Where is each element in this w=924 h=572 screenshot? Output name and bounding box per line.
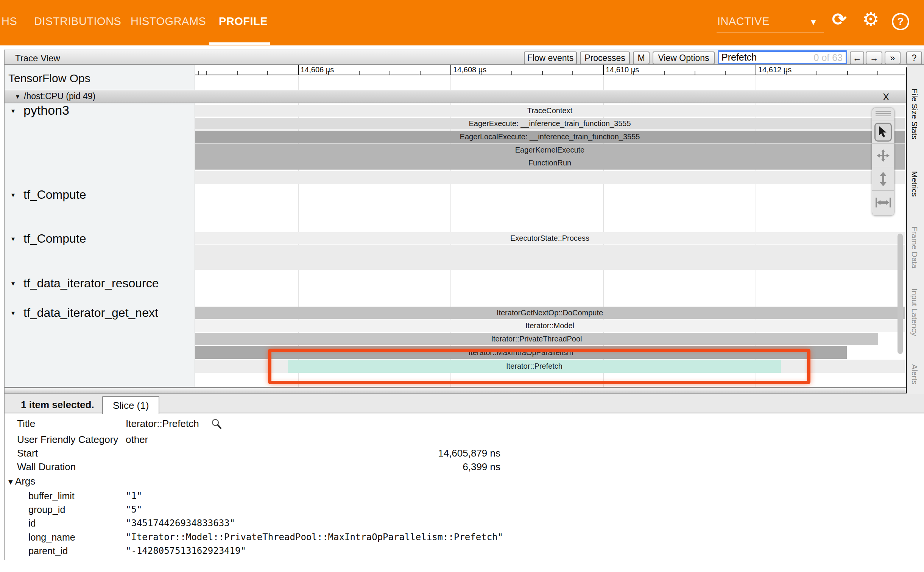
track-label-tf-data-iterator-get-next[interactable]: tf_data_iterator_get_next bbox=[23, 306, 158, 320]
pan-icon bbox=[876, 149, 890, 162]
event-bar-unlabeled[interactable] bbox=[195, 171, 905, 184]
event-bar-tracecontext[interactable]: TraceContext bbox=[195, 105, 905, 117]
event-bar-eagerlocalexecute[interactable]: EagerLocalExecute: __inference_train_fun… bbox=[195, 131, 905, 143]
trace-view-title: Trace View bbox=[15, 53, 60, 64]
event-bar-functionrun[interactable]: FunctionRun bbox=[195, 156, 905, 170]
arg-value-group-id: "5" bbox=[126, 504, 142, 515]
arg-key-parent-id: parent_id bbox=[28, 546, 68, 556]
event-label: EagerKernelExecute bbox=[515, 146, 584, 154]
triangle-down-icon[interactable]: ▾ bbox=[11, 235, 15, 243]
triangle-down-icon[interactable]: ▾ bbox=[11, 279, 15, 288]
zoom-tool-button[interactable] bbox=[872, 167, 894, 190]
ruler-baseline bbox=[195, 75, 905, 75]
args-section-header[interactable]: ▼Args bbox=[7, 475, 35, 487]
event-label: EagerExecute: __inference_train_function… bbox=[469, 119, 631, 128]
panel-splitter[interactable] bbox=[5, 387, 924, 394]
track-label-python3[interactable]: python3 bbox=[23, 103, 69, 118]
process-header-host-cpu[interactable]: ▾ /host:CPU (pid 49) bbox=[5, 90, 906, 103]
ruler-tick-label: 14,612 µs bbox=[758, 65, 792, 74]
event-label: FunctionRun bbox=[528, 159, 571, 167]
shortcuts-help-button[interactable]: ? bbox=[906, 51, 922, 64]
tab-truncated[interactable]: HS bbox=[2, 15, 17, 28]
timing-span-icon bbox=[876, 198, 891, 207]
event-bar-eagerexecute[interactable]: EagerExecute: __inference_train_function… bbox=[195, 118, 905, 129]
cursor-arrow-icon bbox=[877, 126, 889, 139]
triangle-down-icon[interactable]: ▾ bbox=[11, 309, 15, 317]
event-label: TraceContext bbox=[527, 106, 572, 115]
collapse-controls-button[interactable]: » bbox=[885, 51, 901, 64]
detail-value-title: Iterator::Prefetch bbox=[126, 418, 199, 430]
detail-label-start: Start bbox=[17, 447, 38, 459]
ruler-major-tick bbox=[603, 65, 604, 75]
timing-tool-button[interactable] bbox=[872, 190, 894, 214]
grip-icon[interactable] bbox=[876, 111, 891, 118]
metadata-button[interactable]: M bbox=[633, 51, 650, 64]
triangle-down-icon: ▾ bbox=[16, 92, 19, 101]
event-bar-iteratorgetnextop[interactable]: IteratorGetNextOp::DoCompute bbox=[195, 307, 905, 319]
event-label: Iterator::Model bbox=[525, 321, 574, 330]
event-bar-iterator-model[interactable]: Iterator::Model bbox=[195, 320, 905, 332]
selection-status: 1 item selected. bbox=[21, 399, 94, 411]
pan-tool-button[interactable] bbox=[872, 143, 894, 167]
arg-key-buffer-limit: buffer_limit bbox=[28, 491, 75, 502]
detail-value-category: other bbox=[126, 434, 148, 446]
magnifier-icon[interactable] bbox=[210, 418, 223, 430]
event-label: IteratorGetNextOp::DoCompute bbox=[497, 309, 603, 317]
sidebar-item-metrics[interactable]: Metrics bbox=[910, 171, 919, 197]
triangle-down-icon[interactable]: ▾ bbox=[11, 107, 15, 115]
tab-distributions[interactable]: DISTRIBUTIONS bbox=[34, 15, 121, 28]
help-icon[interactable]: ? bbox=[892, 13, 909, 30]
arg-key-id: id bbox=[28, 518, 36, 529]
tab-profile[interactable]: PROFILE bbox=[219, 15, 268, 28]
ruler-major-tick bbox=[450, 65, 451, 75]
detail-label-title: Title bbox=[17, 418, 35, 430]
tab-slice[interactable]: Slice (1) bbox=[102, 396, 159, 414]
tensorboard-profile-app: HS DISTRIBUTIONS HISTOGRAMS PROFILE INAC… bbox=[0, 0, 924, 572]
track-label-tf-data-iterator-resource[interactable]: tf_data_iterator_resource bbox=[23, 276, 159, 290]
find-previous-button[interactable]: ← bbox=[850, 51, 864, 64]
sidebar-item-file-size-stats[interactable]: File Size Stats bbox=[910, 89, 919, 139]
run-selector-underline bbox=[717, 33, 824, 33]
track-label-tf-compute-1[interactable]: tf_Compute bbox=[23, 188, 86, 202]
flow-events-button[interactable]: Flow events bbox=[524, 51, 577, 64]
event-bar-unlabeled[interactable] bbox=[195, 245, 905, 270]
tab-histograms[interactable]: HISTOGRAMS bbox=[131, 15, 206, 28]
sidebar-divider bbox=[906, 67, 907, 393]
detail-value-start: 14,605,879 ns bbox=[126, 447, 500, 459]
args-header-label: Args bbox=[15, 475, 35, 487]
detail-label-category: User Friendly Category bbox=[17, 434, 118, 446]
arg-key-long-name: long_name bbox=[28, 532, 75, 543]
search-input[interactable] bbox=[721, 52, 809, 62]
sidebar-item-alerts[interactable]: Alerts bbox=[910, 364, 919, 385]
annotation-highlight-box bbox=[268, 349, 810, 384]
refresh-icon[interactable]: ⟳ bbox=[832, 11, 847, 28]
sidebar-item-frame-data[interactable]: Frame Data bbox=[910, 226, 919, 268]
find-box: 0 of 63 bbox=[718, 50, 847, 64]
arg-value-buffer-limit: "1" bbox=[126, 491, 142, 501]
event-label: Iterator::PrivateThreadPool bbox=[491, 335, 582, 343]
ops-panel-title: TensorFlow Ops bbox=[8, 72, 90, 85]
search-result-count: 0 of 63 bbox=[814, 52, 843, 63]
select-tool-button[interactable] bbox=[872, 120, 894, 143]
event-bar-executorstate-process[interactable]: ExecutorState::Process bbox=[195, 232, 905, 244]
event-label: EagerLocalExecute: __inference_train_fun… bbox=[460, 132, 640, 141]
gear-icon[interactable]: ⚙ bbox=[862, 10, 879, 29]
vertical-scrollbar-thumb[interactable] bbox=[898, 234, 903, 354]
event-bar-eagerkernelexecute[interactable]: EagerKernelExecute bbox=[195, 143, 905, 156]
event-label: ExecutorState::Process bbox=[510, 234, 589, 243]
arg-value-parent-id: "-1428057513162923419" bbox=[126, 546, 246, 556]
active-tab-underline bbox=[209, 42, 270, 45]
track-label-tf-compute-2[interactable]: tf_Compute bbox=[23, 232, 86, 246]
tab-slice-label: Slice (1) bbox=[113, 400, 149, 411]
find-next-button[interactable]: → bbox=[866, 51, 882, 64]
run-selector[interactable]: INACTIVE bbox=[717, 15, 770, 28]
tool-palette bbox=[872, 108, 894, 216]
chevron-down-icon[interactable]: ▼ bbox=[809, 18, 818, 26]
triangle-down-icon[interactable]: ▾ bbox=[11, 191, 15, 199]
processes-button[interactable]: Processes bbox=[580, 51, 630, 64]
close-icon[interactable]: X bbox=[883, 91, 889, 103]
view-options-button[interactable]: View Options bbox=[653, 51, 715, 64]
vertical-zoom-icon bbox=[879, 172, 887, 186]
event-bar-iterator-privatethreadpool[interactable]: Iterator::PrivateThreadPool bbox=[195, 333, 878, 345]
sidebar-item-input-latency[interactable]: Input Latency bbox=[910, 288, 919, 336]
